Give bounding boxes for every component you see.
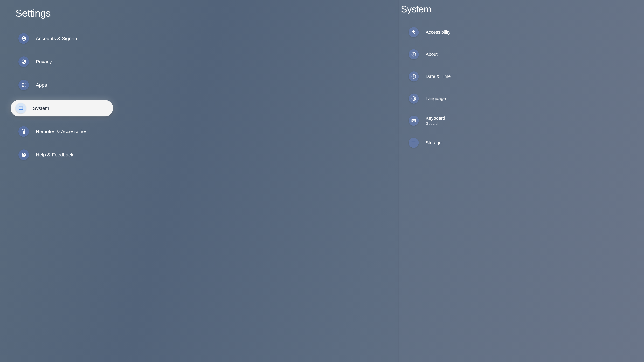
storage-icon — [409, 138, 419, 148]
menu-label: About — [426, 52, 438, 57]
accessibility-icon — [409, 27, 419, 37]
menu-item-language[interactable]: Language — [406, 91, 644, 106]
settings-menu-list: Accounts & Sign-in Privacy Apps System — [16, 30, 399, 163]
menu-label: Language — [426, 96, 446, 101]
keyboard-icon — [409, 116, 419, 126]
help-icon — [18, 149, 29, 160]
menu-item-datetime[interactable]: Date & Time — [406, 68, 644, 84]
system-menu-list: Accessibility About Date & Time Language — [406, 24, 644, 151]
remote-icon — [18, 126, 29, 137]
menu-item-remotes[interactable]: Remotes & Accessories — [16, 123, 399, 140]
svg-point-6 — [22, 86, 23, 87]
svg-point-7 — [23, 86, 24, 87]
shield-icon — [18, 56, 29, 67]
system-panel: System Accessibility About Date & Time — [399, 0, 644, 362]
menu-item-privacy[interactable]: Privacy — [16, 53, 399, 70]
system-title: System — [401, 3, 644, 14]
svg-point-0 — [22, 83, 23, 84]
menu-item-keyboard[interactable]: Keyboard Gboard — [406, 113, 644, 129]
settings-panel: Settings Accounts & Sign-in Privacy Apps — [0, 0, 399, 362]
svg-point-5 — [24, 84, 26, 85]
svg-point-1 — [23, 83, 24, 84]
clock-icon — [409, 71, 419, 81]
menu-item-apps[interactable]: Apps — [16, 77, 399, 93]
settings-title: Settings — [16, 7, 399, 19]
info-icon — [409, 49, 419, 59]
tv-icon — [16, 103, 26, 113]
svg-point-4 — [23, 84, 24, 85]
svg-rect-9 — [19, 107, 23, 109]
svg-point-10 — [414, 30, 414, 31]
svg-point-8 — [24, 86, 26, 87]
menu-label: Accounts & Sign-in — [36, 36, 77, 41]
menu-subtitle: Gboard — [426, 121, 445, 126]
menu-label: Accessibility — [426, 29, 450, 35]
menu-label: Privacy — [36, 59, 52, 64]
menu-item-storage[interactable]: Storage — [406, 135, 644, 151]
menu-item-accounts[interactable]: Accounts & Sign-in — [16, 30, 399, 47]
menu-label: Date & Time — [426, 74, 451, 79]
menu-label: System — [33, 105, 49, 111]
apps-icon — [18, 80, 29, 90]
menu-item-accessibility[interactable]: Accessibility — [406, 24, 644, 40]
globe-icon — [409, 93, 419, 104]
menu-item-about[interactable]: About — [406, 46, 644, 62]
menu-item-system[interactable]: System — [10, 100, 113, 116]
menu-item-help[interactable]: Help & Feedback — [16, 146, 399, 163]
svg-point-3 — [22, 84, 23, 85]
menu-label: Keyboard — [426, 116, 445, 121]
account-icon — [18, 33, 29, 44]
menu-label: Storage — [426, 140, 442, 145]
menu-label: Apps — [36, 82, 47, 88]
menu-label: Help & Feedback — [36, 152, 73, 158]
menu-label: Remotes & Accessories — [36, 129, 88, 134]
svg-point-2 — [24, 83, 26, 84]
